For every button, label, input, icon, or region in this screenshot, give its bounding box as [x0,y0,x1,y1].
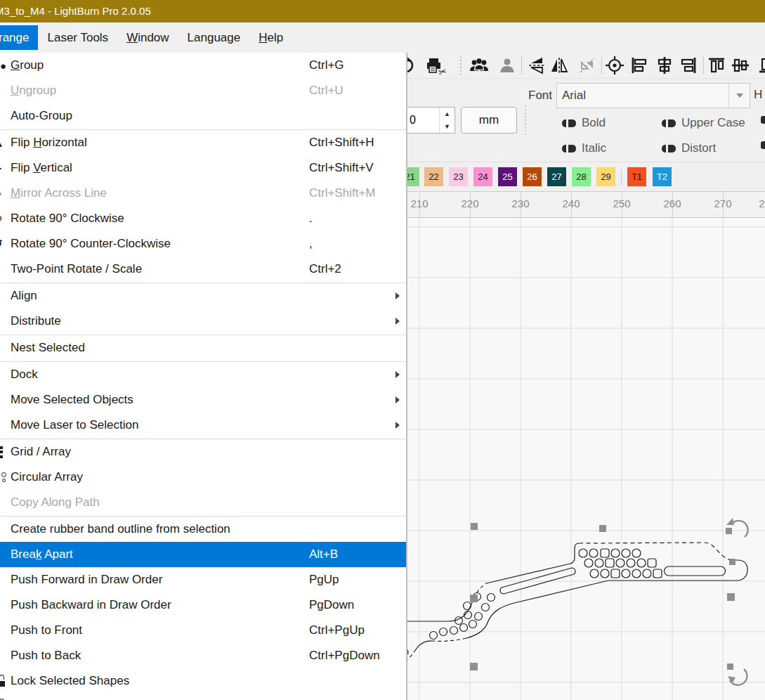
height-label-partial: H [754,88,762,102]
menu-item-push-backward-in-draw-order[interactable]: Push Backward in Draw Order PgDown [0,592,406,618]
grid-array-icon [0,443,7,460]
partial-toggle[interactable] [761,116,765,124]
menubar-item-help[interactable]: Help [249,25,292,50]
menu-item-rotate-90-clockwise[interactable]: ↻ Rotate 90° Clockwise . [0,206,406,231]
menu-item-rotate-90-counter-clockwise[interactable]: ↺ Rotate 90° Counter-Clockwise , [0,231,406,257]
upper-case-toggle[interactable] [662,119,676,127]
align-bottom-icon[interactable] [757,56,765,75]
unlock-icon [0,696,7,700]
menu-bar: range Laser Tools Window Language Help [0,22,765,53]
bold-toggle[interactable] [562,119,576,127]
palette-swatch[interactable]: 28 [572,167,591,186]
rotate-cw-icon: ↻ [0,210,7,227]
lightburn-window: M3_to_M4 - LightBurn Pro 2.0.05 range La… [0,0,765,700]
controls-drag-handle[interactable] [523,105,528,135]
menu-item-copy-along-path[interactable]: Copy Along Path [0,490,406,515]
toolbar-separator [521,57,522,74]
align-top-icon[interactable] [707,56,726,75]
palette-swatch[interactable]: 29 [596,167,615,186]
focus-target-icon[interactable] [605,56,625,75]
partial-toggle[interactable] [761,141,765,149]
menu-shortcut: Ctrl+Shift+V [309,161,374,175]
flip-horizontal-icon: ▲ [0,134,7,151]
spinner-up-button[interactable]: ▲ [440,108,455,120]
palette-swatch[interactable]: 23 [449,167,468,186]
submenu-arrow-icon [395,318,400,325]
menu-item-partial[interactable] [0,694,406,700]
menubar-item-language[interactable]: Language [178,25,250,50]
align-middle-horizontal-icon[interactable] [731,56,750,75]
bold-toggle-row: Bold [562,116,606,130]
flip-horizontal-icon[interactable] [549,56,569,75]
bracket-shape[interactable] [406,543,747,661]
spinner-down-button[interactable]: ▼ [440,120,455,133]
menu-item-label: Push Forward in Draw Order [0,573,162,587]
palette-swatch[interactable]: 27 [547,167,566,186]
rotate-handle-bottom[interactable] [727,663,747,685]
align-center-vertical-icon[interactable] [655,56,674,75]
align-left-icon[interactable] [629,56,649,75]
ungroup-icon[interactable] [497,56,517,75]
italic-toggle[interactable] [562,145,576,153]
menu-item-move-laser-to-selection[interactable]: Move Laser to Selection [0,413,406,438]
print-cut-icon[interactable]: ✂ [424,56,444,75]
menu-item-lock-selected-shapes[interactable]: Lock Selected Shapes [0,668,406,694]
menu-item-push-to-back[interactable]: Push to Back Ctrl+PgDown [0,643,406,668]
menu-shortcut: Ctrl+U [309,84,344,98]
font-dropdown-button[interactable] [728,84,750,108]
menu-shortcut: Ctrl+Shift+M [309,186,375,200]
menu-item-circular-array[interactable]: Circular Array [0,465,406,490]
font-dropdown[interactable]: Arial [556,83,750,108]
submenu-arrow-icon [395,371,400,378]
group-icon[interactable] [469,56,489,75]
menubar-item-window[interactable]: Window [117,25,178,50]
palette-swatch[interactable]: 22 [424,167,443,186]
menu-item-grid-array[interactable]: Grid / Array [0,439,406,465]
ruler-label: 220 [457,197,483,209]
align-right-icon[interactable] [679,56,698,75]
mirror-across-line-icon[interactable] [577,56,597,75]
menu-item-dock[interactable]: Dock [0,362,406,387]
ungroup-icon: ● [0,82,7,99]
toolbar-drag-handle[interactable] [459,56,463,75]
menu-item-ungroup[interactable]: ● Ungroup Ctrl+U [0,78,406,103]
menu-item-move-selected-objects[interactable]: Move Selected Objects [0,387,406,413]
menu-item-break-apart[interactable]: Break Apart Alt+B [0,542,406,567]
spinner-input[interactable] [406,108,439,133]
palette-swatch[interactable]: 26 [523,167,542,186]
value-spinner[interactable]: ▲ ▼ [405,107,455,134]
title-bar[interactable]: M3_to_M4 - LightBurn Pro 2.0.05 [0,0,765,22]
menu-item-create-rubber-band-outline[interactable]: Create rubber band outline from selectio… [0,517,406,542]
menu-item-two-point-rotate-scale[interactable]: Two-Point Rotate / Scale Ctrl+2 [0,257,406,282]
menubar-item-laser-tools[interactable]: Laser Tools [38,25,117,50]
menu-item-auto-group[interactable]: Auto-Group [0,103,406,129]
menu-item-push-forward-in-draw-order[interactable]: Push Forward in Draw Order PgUp [0,567,406,592]
menu-item-label: Push to Front [0,623,82,637]
menu-item-mirror-across-line[interactable]: ◆ Mirror Across Line Ctrl+Shift+M [0,181,406,206]
group-icon: ●● [0,57,7,74]
menu-item-label: Flip Vertical [0,161,72,175]
menu-item-align[interactable]: Align [0,283,406,309]
rotate-handle-top[interactable] [726,518,748,537]
arrange-menu-dropdown: ●● Group Ctrl+G ● Ungroup Ctrl+U Auto-Gr… [0,53,407,700]
menu-item-flip-horizontal[interactable]: ▲ Flip Horizontal Ctrl+Shift+H [0,130,406,155]
menu-item-group[interactable]: ●● Group Ctrl+G [0,53,406,78]
palette-swatch-tool[interactable]: T1 [627,167,646,186]
circular-array-icon [0,469,7,486]
menu-item-distribute[interactable]: Distribute [0,309,406,334]
units-button[interactable]: mm [461,107,517,134]
palette-swatch[interactable]: 24 [473,167,492,186]
palette-swatch[interactable]: 25 [498,167,517,186]
menu-item-nest-selected[interactable]: Nest Selected [0,335,406,361]
palette-swatch-tool[interactable]: T2 [653,167,672,186]
menu-shortcut: , [309,237,313,251]
menu-item-flip-vertical[interactable]: ▶ Flip Vertical Ctrl+Shift+V [0,155,406,181]
upper-case-label: Upper Case [681,116,745,130]
menu-item-label: Nest Selected [0,341,85,355]
menu-shortcut: PgDown [309,598,354,612]
flip-vertical-icon[interactable] [527,56,547,75]
selection-handles[interactable] [470,523,735,670]
distort-toggle[interactable] [662,145,676,153]
menubar-item-arrange[interactable]: range [0,25,38,50]
menu-item-push-to-front[interactable]: Push to Front Ctrl+PgUp [0,618,406,643]
